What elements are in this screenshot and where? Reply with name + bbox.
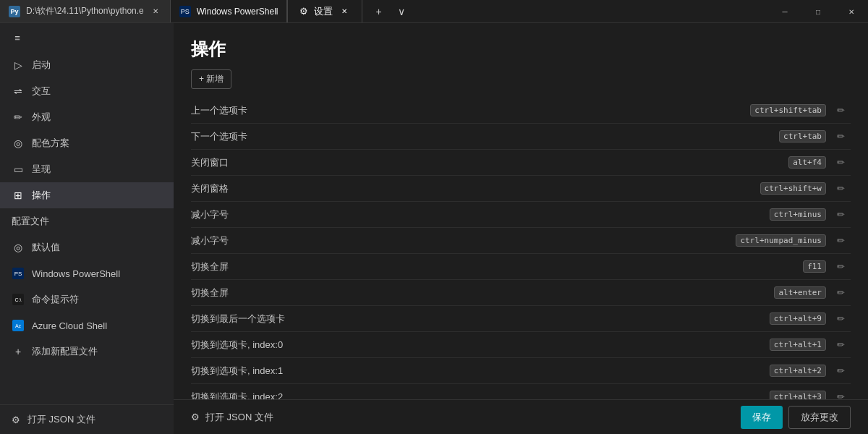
sidebar-item-actions[interactable]: ⊞ 操作 — [0, 182, 174, 208]
shortcut-kbd: alt+enter — [774, 286, 826, 299]
settings-gear-icon: ⚙ — [299, 6, 308, 17]
action-shortcut: ctrl+minus — [770, 208, 826, 221]
sidebar-item-cmd[interactable]: C:\ 命令提示符 — [0, 286, 174, 312]
shortcut-kbd: ctrl+shift+tab — [750, 104, 826, 116]
action-edit-button[interactable]: ✏ — [830, 309, 851, 329]
sidebar-bottom: ⚙ 打开 JSON 文件 — [0, 404, 174, 434]
python-icon: Py — [9, 6, 20, 17]
sidebar-item-colorscheme[interactable]: ◎ 配色方案 — [0, 130, 174, 156]
action-name: 切换到选项卡, index:1 — [191, 365, 770, 378]
sidebar-item-powershell-label: Windows PowerShell — [32, 268, 120, 279]
sidebar-item-add-profile[interactable]: + 添加新配置文件 — [0, 339, 174, 365]
discard-button[interactable]: 放弃更改 — [788, 406, 851, 429]
action-row: 切换到选项卡, index:2ctrl+alt+3✏ — [191, 384, 851, 399]
action-name: 减小字号 — [191, 234, 736, 247]
tab-python-close[interactable]: ✕ — [150, 6, 161, 17]
action-edit-button[interactable]: ✏ — [830, 205, 851, 225]
action-name: 切换到最后一个选项卡 — [191, 312, 770, 326]
tab-python-label: D:\软件\24.11\Python\python.e — [26, 5, 144, 17]
action-name: 切换全屏 — [191, 286, 774, 299]
action-shortcut: ctrl+shift+tab — [750, 104, 826, 116]
settings-tab-label: 设置 — [314, 5, 333, 18]
sidebar-item-azure[interactable]: Az Azure Cloud Shell — [0, 312, 174, 339]
window-controls: ─ □ ✕ — [768, 0, 868, 22]
open-json-footer[interactable]: ⚙ 打开 JSON 文件 — [191, 411, 273, 424]
sidebar-item-defaults[interactable]: ◎ 默认值 — [0, 234, 174, 260]
minimize-button[interactable]: ─ — [768, 0, 801, 23]
action-name: 上一个选项卡 — [191, 104, 750, 117]
action-edit-button[interactable]: ✏ — [830, 179, 851, 199]
close-button[interactable]: ✕ — [835, 0, 868, 23]
action-edit-button[interactable]: ✏ — [830, 127, 851, 147]
tab-python[interactable]: Py D:\软件\24.11\Python\python.e ✕ — [0, 0, 171, 22]
action-row: 上一个选项卡ctrl+shift+tab✏ — [191, 98, 851, 124]
shortcut-kbd: ctrl+tab — [779, 130, 826, 142]
sidebar-item-profiles-label: 配置文件 — [12, 215, 49, 228]
main-layout: ≡ ▷ 启动 ⇌ 交互 ✏ 外观 ◎ 配色方案 ▭ 呈现 ⊞ 操作 配置文件 ◎ — [0, 23, 868, 434]
shortcut-kbd: ctrl+shift+w — [760, 182, 826, 195]
action-shortcut: ctrl+alt+9 — [770, 312, 826, 325]
sidebar-menu-icon[interactable]: ≡ — [0, 23, 35, 52]
titlebar-tabs: Py D:\软件\24.11\Python\python.e ✕ PS Wind… — [0, 0, 768, 22]
powershell-sidebar-icon: PS — [12, 267, 25, 280]
sidebar-item-interaction[interactable]: ⇌ 交互 — [0, 78, 174, 104]
sidebar-item-powershell[interactable]: PS Windows PowerShell — [0, 260, 174, 286]
appearance-icon: ✏ — [12, 111, 25, 124]
action-edit-button[interactable]: ✏ — [830, 335, 851, 355]
action-row: 关闭窗口alt+f4✏ — [191, 150, 851, 176]
shortcut-kbd: ctrl+minus — [770, 208, 826, 221]
gear-small-icon: ⚙ — [12, 414, 20, 425]
action-edit-button[interactable]: ✏ — [830, 153, 851, 173]
sidebar-item-add-profile-label: 添加新配置文件 — [32, 345, 98, 358]
action-edit-button[interactable]: ✏ — [830, 231, 851, 251]
settings-tab[interactable]: ⚙ 设置 ✕ — [287, 0, 362, 22]
add-tab-button[interactable]: + — [368, 1, 388, 22]
sidebar-item-colorscheme-label: 配色方案 — [32, 137, 69, 150]
action-shortcut: ctrl+alt+1 — [770, 339, 826, 351]
action-shortcut: alt+enter — [774, 286, 826, 299]
action-name: 切换到选项卡, index:2 — [191, 391, 770, 400]
action-edit-button[interactable]: ✏ — [830, 283, 851, 303]
sidebar-item-appearance[interactable]: ✏ 外观 — [0, 104, 174, 130]
action-name: 关闭窗口 — [191, 156, 788, 169]
add-action-button[interactable]: + 新增 — [191, 69, 231, 89]
actions-icon: ⊞ — [12, 189, 25, 202]
azure-icon: Az — [12, 319, 25, 332]
open-json-sidebar[interactable]: ⚙ 打开 JSON 文件 — [0, 405, 174, 434]
action-row: 切换全屏f11✏ — [191, 254, 851, 280]
defaults-icon: ◎ — [12, 241, 25, 254]
shortcut-kbd: alt+f4 — [788, 156, 826, 169]
action-row: 切换到选项卡, index:1ctrl+alt+2✏ — [191, 358, 851, 384]
open-json-label: 打开 JSON 文件 — [205, 411, 273, 424]
powershell-tab-icon: PS — [179, 6, 191, 17]
actions-list: 上一个选项卡ctrl+shift+tab✏下一个选项卡ctrl+tab✏关闭窗口… — [174, 98, 868, 399]
shortcut-kbd: ctrl+alt+1 — [770, 339, 826, 351]
sidebar-item-actions-label: 操作 — [32, 189, 51, 202]
action-name: 减小字号 — [191, 208, 770, 221]
settings-tab-close[interactable]: ✕ — [339, 6, 350, 17]
colorscheme-icon: ◎ — [12, 137, 25, 150]
action-name: 关闭窗格 — [191, 182, 760, 195]
action-edit-button[interactable]: ✏ — [830, 101, 851, 121]
tab-powershell-label: Windows PowerShell — [197, 7, 278, 17]
sidebar-item-startup[interactable]: ▷ 启动 — [0, 52, 174, 78]
tab-powershell[interactable]: PS Windows PowerShell — [171, 0, 288, 22]
action-shortcut: ctrl+numpad_minus — [736, 234, 826, 247]
action-row: 切换全屏alt+enter✏ — [191, 280, 851, 306]
action-edit-button[interactable]: ✏ — [830, 387, 851, 400]
action-name: 下一个选项卡 — [191, 130, 779, 143]
content-area: 操作 + 新增 上一个选项卡ctrl+shift+tab✏下一个选项卡ctrl+… — [174, 23, 868, 434]
action-row: 减小字号ctrl+minus✏ — [191, 202, 851, 228]
dropdown-button[interactable]: ∨ — [391, 1, 412, 22]
maximize-button[interactable]: □ — [801, 0, 835, 23]
action-row: 切换到选项卡, index:0ctrl+alt+1✏ — [191, 332, 851, 358]
sidebar-item-profiles[interactable]: 配置文件 — [0, 208, 174, 234]
save-button[interactable]: 保存 — [741, 406, 783, 429]
action-shortcut: ctrl+alt+3 — [770, 391, 826, 399]
sidebar-item-rendering[interactable]: ▭ 呈现 — [0, 156, 174, 182]
action-edit-button[interactable]: ✏ — [830, 257, 851, 277]
action-edit-button[interactable]: ✏ — [830, 361, 851, 381]
footer-buttons: 保存 放弃更改 — [741, 406, 851, 429]
action-row: 切换到最后一个选项卡ctrl+alt+9✏ — [191, 306, 851, 332]
action-shortcut: ctrl+tab — [779, 130, 826, 142]
